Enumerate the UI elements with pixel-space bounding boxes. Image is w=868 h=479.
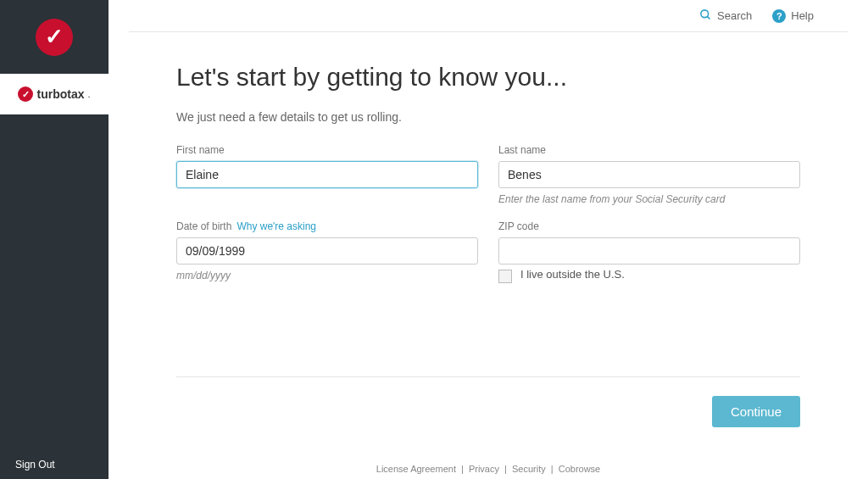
logo-block: ✓ — [0, 0, 108, 74]
last-name-helper: Enter the last name from your Social Sec… — [498, 193, 800, 205]
dob-label: Date of birth — [176, 220, 231, 232]
button-row: Continue — [176, 396, 800, 427]
last-name-input[interactable] — [498, 161, 800, 188]
brand-name: turbotax — [36, 87, 84, 101]
footer-license[interactable]: License Agreement — [376, 464, 456, 474]
svg-point-0 — [701, 9, 709, 17]
logo-circle: ✓ — [36, 19, 73, 56]
help-label: Help — [791, 9, 814, 22]
dob-input[interactable] — [176, 237, 478, 265]
form-row-dob-zip: Date of birth Why we're asking mm/dd/yyy… — [176, 220, 800, 283]
search-label: Search — [717, 9, 752, 22]
main-content: Search ? Help Let's start by getting to … — [108, 0, 868, 479]
help-link[interactable]: ? Help — [772, 9, 814, 23]
first-name-input[interactable] — [176, 161, 478, 188]
search-icon — [699, 8, 712, 24]
footer: License Agreement | Privacy | Security |… — [108, 464, 868, 474]
page-subtext: We just need a few details to get us rol… — [176, 110, 800, 124]
continue-button[interactable]: Continue — [712, 396, 800, 427]
zip-group: ZIP code I live outside the U.S. — [498, 220, 800, 283]
outside-us-row: I live outside the U.S. — [498, 268, 800, 283]
dob-group: Date of birth Why we're asking mm/dd/yyy… — [176, 220, 478, 283]
sign-out-link[interactable]: Sign Out — [15, 459, 55, 471]
footer-privacy[interactable]: Privacy — [469, 464, 499, 474]
outside-us-label: I live outside the U.S. — [520, 268, 625, 282]
checkmark-icon: ✓ — [45, 24, 64, 50]
dob-why-link[interactable]: Why we're asking — [236, 220, 316, 232]
brand-block[interactable]: ✓ turbotax. — [0, 74, 108, 114]
zip-input[interactable] — [498, 237, 800, 265]
help-icon: ? — [772, 9, 786, 23]
divider — [176, 376, 800, 377]
svg-line-1 — [707, 16, 709, 19]
form-row-name: First name Last name Enter the last name… — [176, 144, 800, 205]
first-name-label: First name — [176, 144, 478, 156]
search-link[interactable]: Search — [699, 8, 752, 24]
dob-helper: mm/dd/yyyy — [176, 270, 478, 281]
first-name-group: First name — [176, 144, 478, 205]
sidebar: ✓ ✓ turbotax. Sign Out — [0, 0, 108, 479]
footer-security[interactable]: Security — [512, 464, 546, 474]
checkmark-icon: ✓ — [18, 86, 33, 102]
outside-us-checkbox[interactable] — [498, 270, 512, 283]
zip-label: ZIP code — [498, 220, 800, 232]
footer-cobrowse[interactable]: Cobrowse — [559, 464, 601, 474]
page-heading: Let's start by getting to know you... — [176, 63, 800, 92]
last-name-group: Last name Enter the last name from your … — [498, 144, 800, 205]
top-bar: Search ? Help — [129, 0, 848, 32]
content-area: Let's start by getting to know you... We… — [108, 32, 868, 427]
last-name-label: Last name — [498, 144, 800, 156]
